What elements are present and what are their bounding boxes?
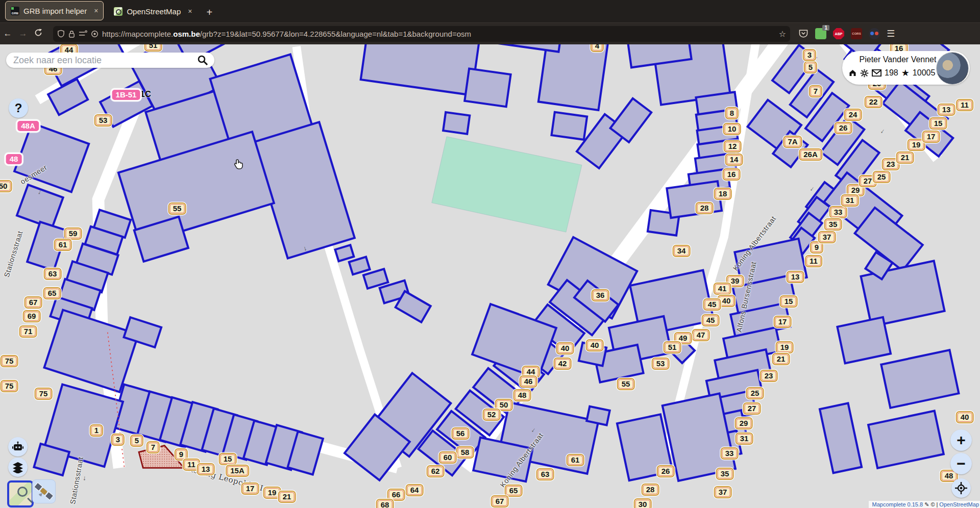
housenumber-badge[interactable]: 17 — [774, 316, 792, 328]
housenumber-badge[interactable]: 13 — [197, 463, 215, 475]
housenumber-badge[interactable]: 58 — [456, 446, 474, 459]
housenumber-badge[interactable]: 31 — [841, 194, 859, 207]
housenumber-badge[interactable]: 11 — [805, 255, 822, 267]
background-layers-button[interactable] — [8, 458, 28, 477]
housenumber-badge[interactable]: 3 — [111, 434, 125, 446]
permissions-icon[interactable] — [79, 30, 87, 37]
housenumber-badge[interactable]: 31 — [736, 433, 753, 445]
housenumber-badge[interactable]: 42 — [554, 358, 572, 370]
housenumber-badge[interactable]: 37 — [818, 231, 836, 243]
housenumber-badge[interactable]: 67 — [491, 495, 509, 507]
housenumber-badge[interactable]: 69 — [23, 310, 41, 322]
housenumber-badge[interactable]: 11 — [956, 99, 973, 111]
housenumber-badge[interactable]: 55 — [617, 378, 635, 390]
housenumber-badge[interactable]: 21 — [772, 353, 790, 365]
user-avatar[interactable] — [936, 52, 969, 85]
housenumber-badge[interactable]: 26 — [835, 122, 852, 134]
housenumber-badge[interactable]: 75 — [1, 355, 18, 367]
reload-button[interactable] — [31, 29, 46, 39]
housenumber-badge[interactable]: 24 — [844, 109, 862, 121]
housenumber-badge[interactable]: 1B-51 — [111, 89, 141, 101]
housenumber-badge[interactable]: 13 — [938, 104, 955, 116]
housenumber-badge[interactable]: 23 — [760, 370, 778, 382]
zoom-in-button[interactable]: + — [950, 429, 972, 451]
extension-icon[interactable]: 1 — [815, 28, 826, 39]
tab-openstreetmap[interactable]: OpenStreetMap × — [109, 2, 197, 20]
forward-button[interactable]: → — [15, 29, 31, 39]
lock-icon[interactable] — [68, 30, 75, 38]
housenumber-badge[interactable]: 65 — [43, 287, 61, 299]
tab-grb-import-helper[interactable]: GRB GRB import helper × — [5, 1, 104, 20]
basemap-osm-button[interactable] — [7, 480, 34, 507]
housenumber-badge[interactable]: 48A — [16, 120, 40, 132]
mapcomplete-version-link[interactable]: Mapcomplete 0.15.8 — [872, 501, 923, 507]
housenumber-badge[interactable]: 75 — [1, 380, 18, 392]
housenumber-badge[interactable]: 63 — [536, 468, 554, 480]
cors-extension-icon[interactable]: CORS — [851, 28, 862, 39]
housenumber-badge[interactable]: 48 — [5, 153, 23, 165]
housenumber-badge[interactable]: 45 — [702, 314, 720, 326]
housenumber-badge[interactable]: 36 — [592, 289, 609, 301]
housenumber-badge[interactable]: 40 — [586, 339, 604, 351]
housenumber-badge[interactable]: 53 — [652, 358, 670, 370]
housenumber-badge[interactable]: 47 — [692, 329, 710, 341]
housenumber-badge[interactable]: 25 — [746, 387, 764, 399]
openstreetmap-link[interactable]: OpenStreetMap — [939, 501, 979, 507]
housenumber-badge[interactable]: 33 — [721, 447, 739, 460]
housenumber-badge[interactable]: 62 — [427, 465, 445, 477]
housenumber-badge[interactable]: 71 — [19, 325, 37, 338]
housenumber-badge[interactable]: 30 — [634, 498, 652, 508]
housenumber-badge[interactable]: 29 — [735, 417, 753, 429]
housenumber-badge[interactable]: 1 — [90, 424, 103, 437]
housenumber-badge[interactable]: 52 — [483, 409, 501, 421]
automation-robot-button[interactable] — [8, 437, 28, 456]
new-tab-button[interactable]: + — [207, 7, 213, 18]
housenumber-badge[interactable]: 34 — [673, 245, 691, 257]
tab-close-icon[interactable]: × — [94, 7, 98, 15]
housenumber-badge[interactable]: 61 — [54, 239, 72, 251]
housenumber-badge[interactable]: 28 — [696, 202, 714, 214]
search-input[interactable] — [12, 55, 197, 66]
home-icon[interactable] — [848, 69, 857, 77]
user-panel[interactable]: Pieter Vander Vennet 198 ★ 10005 — [842, 51, 970, 85]
housenumber-badge[interactable]: 67 — [24, 296, 42, 309]
housenumber-badge[interactable]: 12 — [724, 140, 742, 153]
back-button[interactable]: ← — [0, 29, 15, 39]
bookmark-star-icon[interactable]: ☆ — [779, 29, 786, 39]
housenumber-badge[interactable]: 64 — [406, 484, 424, 496]
search-bar[interactable] — [6, 53, 214, 68]
housenumber-badge[interactable]: 28 — [642, 484, 659, 496]
menu-icon[interactable]: ☰ — [887, 28, 895, 39]
housenumber-badge[interactable]: 41 — [714, 283, 731, 295]
housenumber-badge[interactable]: 35 — [716, 468, 734, 480]
housenumber-badge[interactable]: 56 — [452, 427, 470, 440]
housenumber-badge[interactable]: 15 — [219, 453, 237, 465]
housenumber-badge[interactable]: 33 — [829, 206, 847, 218]
housenumber-badge[interactable]: 18 — [714, 188, 732, 200]
help-button[interactable]: ? — [9, 98, 28, 118]
housenumber-badge[interactable]: 16 — [723, 168, 741, 181]
housenumber-badge[interactable]: 8 — [725, 107, 739, 119]
housenumber-badge[interactable]: 7 — [809, 85, 822, 97]
url-bar[interactable]: https://mapcomplete.osm.be/grb?z=19&lat=… — [53, 26, 790, 42]
housenumber-badge[interactable]: 40 — [956, 411, 974, 423]
tab-close-icon[interactable]: × — [188, 7, 192, 15]
messages-envelope-icon[interactable] — [872, 69, 881, 77]
housenumber-badge[interactable]: 17 — [922, 131, 940, 143]
housenumber-badge[interactable]: 26A — [799, 148, 822, 161]
housenumber-badge[interactable]: 3 — [803, 49, 816, 61]
housenumber-badge[interactable]: 21 — [896, 151, 914, 164]
zoom-out-button[interactable]: − — [950, 453, 972, 474]
housenumber-badge[interactable]: 63 — [44, 268, 62, 280]
housenumber-badge[interactable]: 10 — [723, 123, 741, 135]
housenumber-badge[interactable]: 40 — [556, 342, 574, 354]
pocket-icon[interactable] — [798, 29, 808, 39]
housenumber-badge[interactable]: 17 — [241, 482, 259, 495]
housenumber-badge[interactable]: 25 — [873, 171, 891, 183]
housenumber-badge[interactable]: 19 — [776, 341, 794, 353]
housenumber-badge[interactable]: 5 — [804, 61, 817, 73]
settings-gear-icon[interactable] — [860, 69, 869, 78]
housenumber-badge[interactable]: 13 — [787, 271, 804, 283]
location-permission-icon[interactable] — [91, 30, 99, 38]
housenumber-badge[interactable]: 35 — [824, 218, 842, 231]
